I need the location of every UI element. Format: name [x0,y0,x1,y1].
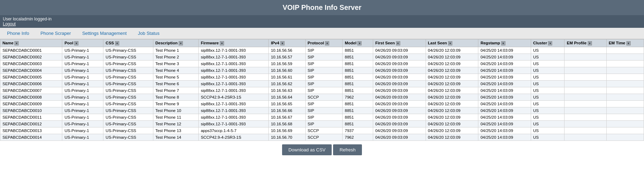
cell-ipv4: 10.16.56.56 [269,47,305,54]
title-bar: VOIP Phone Info Server [0,0,644,15]
table-row[interactable]: SEPABCDABCD0007US-Primary-1US-Primary-CS… [0,87,644,94]
cell-em-profile [565,114,606,120]
col-header-last-seen[interactable]: Last Seen▼ [426,39,478,47]
cell-pool: US-Primary-1 [62,134,103,140]
col-header-description[interactable]: Description▼ [153,39,198,47]
table-row[interactable]: SEPABCDABCD0001US-Primary-1US-Primary-CS… [0,47,644,54]
col-header-regstamp[interactable]: Regstamp▼ [478,39,531,47]
cell-first-seen: 04/26/20 09:03:09 [373,94,426,100]
cell-regstamp: 04/25/20 14:03:09 [478,47,531,54]
sort-icon-firmware[interactable]: ▼ [220,41,224,45]
cell-em-profile [565,80,606,87]
cell-em-profile [565,54,606,60]
cell-em-profile [565,134,606,140]
cell-firmware: SCCP42.9-4-2SR3-1S [198,94,268,100]
sort-icon-em-time[interactable]: ▼ [626,41,631,45]
cell-cluster: US [531,74,565,80]
cell-protocol: SIP [305,87,343,94]
col-header-model[interactable]: Model▼ [343,39,373,47]
cell-regstamp: 04/25/20 14:03:09 [478,120,531,127]
cell-first-seen: 04/26/20 09:03:09 [373,127,426,134]
cell-model: 7962 [343,94,373,100]
sort-icon-last-seen[interactable]: ▼ [448,41,452,45]
cell-em-profile [565,47,606,54]
table-row[interactable]: SEPABCDABCD0014US-Primary-1US-Primary-CS… [0,134,644,140]
table-row[interactable]: SEPABCDABCD0006US-Primary-1US-Primary-CS… [0,80,644,87]
col-header-firmware[interactable]: Firmware▼ [198,39,268,47]
col-header-name[interactable]: Name▼ [0,39,62,47]
col-header-cluster[interactable]: Cluster▼ [531,39,565,47]
cell-firmware: sip88xx.12-7-1-0001-393 [198,47,268,54]
sort-icon-model[interactable]: ▼ [357,41,362,45]
cell-name: SEPABCDABCD0010 [0,107,62,114]
cell-em-time [606,47,644,54]
cell-em-time [606,94,644,100]
col-header-em-profile[interactable]: EM Profile▼ [565,39,606,47]
cell-ipv4: 10.16.56.63 [269,87,305,94]
cell-ipv4: 10.16.56.66 [269,107,305,114]
user-bar: User localadmin logged-in Logout [0,15,644,28]
cell-name: SEPABCDABCD0011 [0,114,62,120]
cell-firmware: sip88xx.12-7-1-0001-393 [198,80,268,87]
sort-icon-description[interactable]: ▼ [179,41,183,45]
table-row[interactable]: SEPABCDABCD0004US-Primary-1US-Primary-CS… [0,67,644,74]
cell-firmware: sip88xx.12-7-1-0001-393 [198,54,268,60]
sort-icon-cluster[interactable]: ▼ [548,41,552,45]
cell-firmware: sip88xx.12-7-1-0001-393 [198,67,268,74]
download-csv-button[interactable]: Download as CSV [282,144,332,155]
nav-item-settings-management[interactable]: Settings Management [77,28,132,39]
table-row[interactable]: SEPABCDABCD0002US-Primary-1US-Primary-CS… [0,54,644,60]
cell-first-seen: 04/26/20 09:03:09 [373,114,426,120]
col-header-protocol[interactable]: Protocol▼ [305,39,343,47]
cell-first-seen: 04/26/20 09:03:09 [373,80,426,87]
nav-item-phone-scraper[interactable]: Phone Scraper [35,28,77,39]
cell-regstamp: 04/25/20 14:03:09 [478,74,531,80]
logout-link[interactable]: Logout [3,21,16,26]
cell-description: Test Phone 3 [153,60,198,67]
cell-model: 8851 [343,54,373,60]
table-row[interactable]: SEPABCDABCD0008US-Primary-1US-Primary-CS… [0,94,644,100]
table-row[interactable]: SEPABCDABCD0010US-Primary-1US-Primary-CS… [0,107,644,114]
cell-last-seen: 04/26/20 12:03:09 [426,100,478,107]
nav-item-phone-info[interactable]: Phone Info [1,28,35,39]
cell-em-time [606,100,644,107]
sort-icon-css[interactable]: ▼ [115,41,119,45]
refresh-button[interactable]: Refresh [333,144,362,155]
col-header-first-seen[interactable]: First Seen▼ [373,39,426,47]
col-header-em-time[interactable]: EM Time▼ [606,39,644,47]
cell-name: SEPABCDABCD0007 [0,87,62,94]
sort-icon-em-profile[interactable]: ▼ [588,41,592,45]
cell-regstamp: 04/25/20 14:03:09 [478,67,531,74]
table-row[interactable]: SEPABCDABCD0013US-Primary-1US-Primary-CS… [0,127,644,134]
sort-icon-protocol[interactable]: ▼ [325,41,329,45]
cell-model: 8851 [343,74,373,80]
cell-regstamp: 04/25/20 14:03:09 [478,100,531,107]
col-header-ipv4[interactable]: IPv4▼ [269,39,305,47]
cell-em-profile [565,87,606,94]
cell-ipv4: 10.16.56.57 [269,54,305,60]
cell-firmware: apps37sccp.1-4-5-7 [198,127,268,134]
cell-model: 8851 [343,80,373,87]
sort-icon-regstamp[interactable]: ▼ [501,41,505,45]
sort-icon-name[interactable]: ▼ [14,41,19,45]
sort-icon-ipv4[interactable]: ▼ [280,41,285,45]
table-row[interactable]: SEPABCDABCD0009US-Primary-1US-Primary-CS… [0,100,644,107]
col-header-pool[interactable]: Pool▼ [62,39,103,47]
cell-pool: US-Primary-1 [62,80,103,87]
cell-css: US-Primary-CSS [103,127,153,134]
cell-regstamp: 04/25/20 14:03:09 [478,94,531,100]
table-row[interactable]: SEPABCDABCD0003US-Primary-1US-Primary-CS… [0,60,644,67]
cell-last-seen: 04/26/20 12:03:09 [426,107,478,114]
table-row[interactable]: SEPABCDABCD0011US-Primary-1US-Primary-CS… [0,114,644,120]
sort-icon-pool[interactable]: ▼ [74,41,78,45]
cell-em-time [606,80,644,87]
cell-ipv4: 10.16.56.64 [269,94,305,100]
cell-description: Test Phone 11 [153,114,198,120]
table-row[interactable]: SEPABCDABCD0005US-Primary-1US-Primary-CS… [0,74,644,80]
cell-regstamp: 04/25/20 14:03:09 [478,114,531,120]
nav-item-job-status[interactable]: Job Status [132,28,165,39]
sort-icon-first-seen[interactable]: ▼ [396,41,400,45]
cell-css: US-Primary-CSS [103,120,153,127]
col-header-css[interactable]: CSS▼ [103,39,153,47]
table-row[interactable]: SEPABCDABCD0012US-Primary-1US-Primary-CS… [0,120,644,127]
